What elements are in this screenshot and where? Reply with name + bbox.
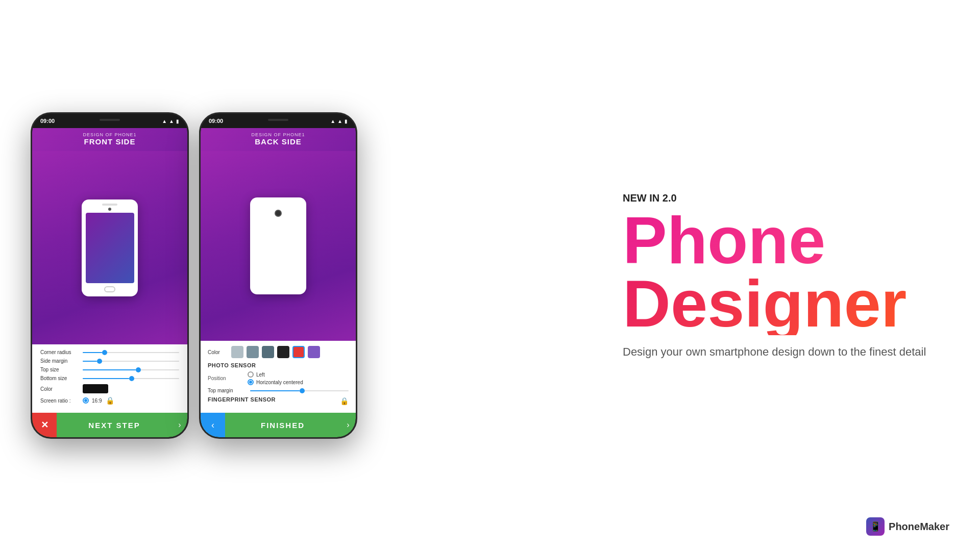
position-left-radio[interactable] <box>248 371 254 378</box>
position-centered-radio[interactable] <box>248 379 254 385</box>
screen-ratio-label: Screen ratio : <box>40 398 79 404</box>
color-chip-black[interactable] <box>277 346 289 358</box>
wifi-icon: ▲ <box>162 118 167 124</box>
promo-title-line2: Designer <box>623 272 939 336</box>
position-label: Position <box>208 375 243 381</box>
position-left-option[interactable]: Left <box>248 371 303 378</box>
next-arrow-icon: › <box>172 420 187 430</box>
back-color-row: Color <box>208 346 349 358</box>
side-button-right-2 <box>356 175 357 201</box>
app-header-1: DESIGN OF PHONE1 FRONT SIDE <box>32 128 187 151</box>
lock-icon-2[interactable]: 🔒 <box>340 397 349 405</box>
color-chip-silver[interactable] <box>231 346 243 358</box>
settings-panel-1: Corner radius Side margin Top size <box>32 344 187 413</box>
side-button-right <box>188 175 189 201</box>
cancel-button[interactable]: ✕ <box>32 413 57 437</box>
battery-icon: ▮ <box>176 118 179 124</box>
bottom-bar-2: ‹ FINISHED › <box>201 413 356 437</box>
bottom-size-slider[interactable] <box>83 378 179 379</box>
top-margin-slider[interactable] <box>250 390 349 391</box>
logo-maker-text: Maker <box>920 521 949 532</box>
side-button-left-3 <box>199 165 200 183</box>
position-radio-group: Left Horizontaly centered <box>248 371 303 385</box>
next-step-label: NEXT STEP <box>88 421 140 430</box>
color-chip-purple[interactable] <box>308 346 320 358</box>
top-size-row: Top size <box>40 367 179 372</box>
back-arrow-icon: ‹ <box>211 420 214 431</box>
phone-2-screen: 09:00 ▲ ▲ ▮ DESIGN OF PHONE1 BACK SIDE <box>201 114 356 437</box>
phone-display-area-2 <box>201 151 356 341</box>
mini-phone-front-illustration <box>82 199 138 296</box>
back-settings-panel: Color PHOTO SENSOR Position Left <box>201 341 356 413</box>
finished-arrow-icon: › <box>340 420 356 430</box>
color-label-1: Color <box>40 386 79 392</box>
color-chip-dark-gray[interactable] <box>262 346 274 358</box>
side-margin-row: Side margin <box>40 358 179 364</box>
bottom-bar-1: ✕ NEXT STEP › <box>32 413 187 437</box>
front-side-title: FRONT SIDE <box>32 137 187 146</box>
ratio-value: 16:9 <box>92 398 102 404</box>
promo-text-section: NEW IN 2.0 Phone Designer Design your ow… <box>623 192 939 359</box>
phone-display-area-1 <box>32 151 187 344</box>
back-color-label: Color <box>208 349 228 355</box>
bottom-size-label: Bottom size <box>40 375 79 381</box>
status-time-1: 09:00 <box>40 118 55 124</box>
position-centered-label: Horizontaly centered <box>256 380 303 385</box>
mini-home-button <box>104 286 115 292</box>
lock-icon-1[interactable]: 🔒 <box>106 396 114 405</box>
mini-camera-front <box>108 208 111 211</box>
design-of-label-1: DESIGN OF PHONE1 <box>32 132 187 137</box>
ratio-radio[interactable] <box>83 397 89 404</box>
app-header-2: DESIGN OF PHONE1 BACK SIDE <box>201 128 356 151</box>
status-icons-1: ▲ ▲ ▮ <box>162 118 179 124</box>
status-time-2: 09:00 <box>209 118 223 124</box>
promo-title-line1: Phone <box>623 209 939 272</box>
corner-radius-slider[interactable] <box>83 352 179 353</box>
finished-button[interactable]: FINISHED <box>225 421 340 430</box>
status-icons-2: ▲ ▲ ▮ <box>330 118 348 124</box>
corner-radius-label: Corner radius <box>40 349 79 355</box>
phone-2-frame: 09:00 ▲ ▲ ▮ DESIGN OF PHONE1 BACK SIDE <box>199 112 357 439</box>
top-margin-label: Top margin <box>208 388 246 393</box>
signal-icon-2: ▲ <box>337 118 342 124</box>
top-margin-row: Top margin <box>208 388 349 393</box>
position-centered-option[interactable]: Horizontaly centered <box>248 379 303 385</box>
back-button[interactable]: ‹ <box>201 413 225 437</box>
promo-subtitle: Design your own smartphone design down t… <box>623 345 939 359</box>
side-margin-slider[interactable] <box>83 361 179 362</box>
logo-text: PhoneMaker <box>889 521 949 533</box>
next-step-button[interactable]: NEXT STEP <box>57 421 172 430</box>
top-size-label: Top size <box>40 367 79 372</box>
phone-1-screen: 09:00 ▲ ▲ ▮ DESIGN OF PHONE1 FRONT SIDE <box>32 114 187 437</box>
color-swatch-1[interactable] <box>83 384 108 393</box>
position-left-label: Left <box>256 372 265 378</box>
phone-1-frame: 09:00 ▲ ▲ ▮ DESIGN OF PHONE1 FRONT SIDE <box>31 112 189 439</box>
back-side-title: BACK SIDE <box>201 137 356 146</box>
corner-radius-row: Corner radius <box>40 349 179 355</box>
new-in-badge: NEW IN 2.0 <box>623 192 939 204</box>
design-of-label-2: DESIGN OF PHONE1 <box>201 132 356 137</box>
side-margin-label: Side margin <box>40 358 79 364</box>
signal-icon: ▲ <box>169 118 174 124</box>
cancel-x-icon: ✕ <box>41 419 48 431</box>
side-button-left-2 <box>31 188 32 206</box>
color-chip-gray[interactable] <box>247 346 259 358</box>
side-button-left-4 <box>199 188 200 206</box>
mini-speaker <box>102 204 117 206</box>
back-camera-illustration <box>275 210 282 217</box>
mini-screen <box>86 213 134 283</box>
side-button-left-1 <box>31 165 32 183</box>
screen-ratio-row: Screen ratio : 16:9 🔒 <box>40 396 179 405</box>
bottom-size-row: Bottom size <box>40 375 179 381</box>
screen-ratio-control: 16:9 <box>83 397 102 404</box>
battery-icon-2: ▮ <box>345 118 348 124</box>
color-chip-red[interactable] <box>292 346 305 358</box>
color-row-1: Color <box>40 384 179 393</box>
photo-sensor-title: PHOTO SENSOR <box>208 362 349 368</box>
position-option-row: Position Left Horizontaly centered <box>208 371 349 385</box>
status-bar-1: 09:00 ▲ ▲ ▮ <box>32 114 187 128</box>
fingerprint-sensor-title: FINGERPRINT SENSOR <box>208 396 276 403</box>
status-bar-2: 09:00 ▲ ▲ ▮ <box>201 114 356 128</box>
wifi-icon-2: ▲ <box>330 118 335 124</box>
top-size-slider[interactable] <box>83 369 179 370</box>
